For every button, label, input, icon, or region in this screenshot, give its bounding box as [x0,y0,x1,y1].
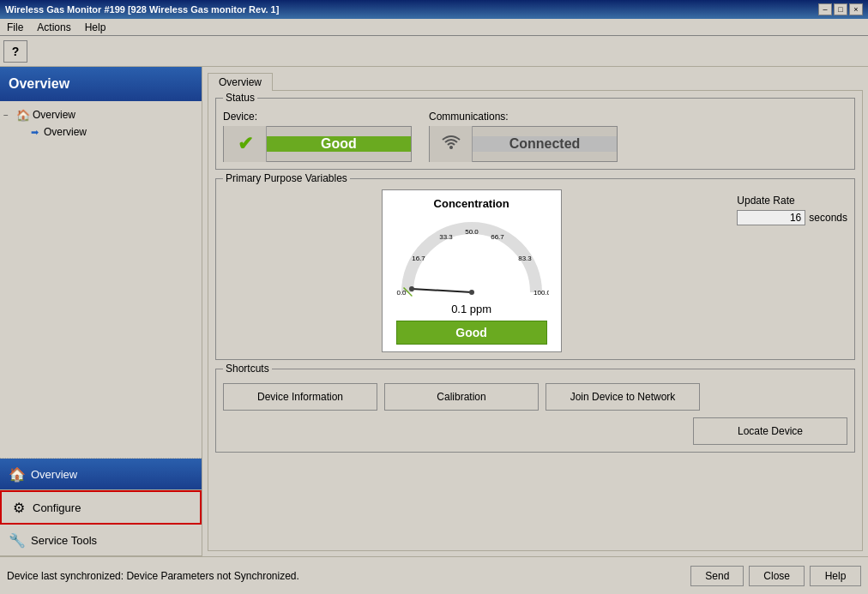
menu-file[interactable]: File [3,21,27,33]
nav-item-service-tools[interactable]: 🔧 Service Tools [0,525,202,556]
sidebar-nav: 🏠 Overview ⚙ Configure 🔧 Service Tools [0,458,202,556]
nav-item-configure[interactable]: ⚙ Configure [0,490,202,525]
window-title: Wireless Gas Monitor #199 [928 Wireless … [5,4,279,15]
wifi-icon [439,134,463,155]
help-toolbar-button[interactable]: ? [3,40,27,63]
shortcuts-section-label: Shortcuts [223,363,272,375]
main-layout: Overview − 🏠 Overview ➡ Overview 🏠 Overv… [0,67,868,556]
shortcuts-section: Shortcuts Device Information Calibration… [215,369,855,453]
update-rate-label: Update Rate [737,195,847,207]
ppv-section-label: Primary Purpose Variables [223,172,350,184]
communications-status-icon-area [430,126,473,162]
bottom-buttons: Send Close Help [690,566,861,586]
svg-text:50.0: 50.0 [465,228,479,236]
ppv-section: Primary Purpose Variables Concentration [215,178,855,360]
device-information-button[interactable]: Device Information [223,383,377,411]
toolbar: ? [0,36,868,67]
gauge-reading: 0.1 ppm [451,303,491,315]
title-bar: Wireless Gas Monitor #199 [928 Wireless … [0,0,868,19]
close-button[interactable]: Close [749,566,805,586]
update-rate-area: Update Rate seconds [737,186,847,225]
configure-nav-icon: ⚙ [10,499,27,516]
join-device-network-button[interactable]: Join Device to Network [546,383,700,411]
menu-actions[interactable]: Actions [33,21,74,33]
tree-root-label: Overview [33,109,75,121]
tree-arrow-icon: ➡ [27,125,41,139]
bottom-bar: Device last synchronized: Device Paramet… [0,556,868,594]
status-section: Status Device: ✔ Good Communications: [215,98,855,170]
device-status-icon-area: ✔ [224,126,267,162]
tree-area: − 🏠 Overview ➡ Overview [0,101,202,458]
tree-expand-icon: − [3,111,14,120]
window-controls[interactable]: – □ × [818,3,863,15]
svg-text:66.7: 66.7 [491,233,504,241]
locate-device-button[interactable]: Locate Device [693,417,847,445]
update-rate-unit: seconds [809,212,847,224]
tree-house-icon: 🏠 [16,108,30,122]
device-status-item: Device: ✔ Good [223,111,412,162]
tree-item-overview-root[interactable]: − 🏠 Overview [3,106,198,123]
svg-text:83.3: 83.3 [518,255,532,262]
svg-line-8 [412,289,472,292]
nav-label-service-tools: Service Tools [31,534,97,547]
update-rate-input[interactable] [737,210,805,225]
ppv-row: Concentration 0.0 [223,186,847,352]
minimize-button[interactable]: – [818,3,832,15]
sidebar: Overview − 🏠 Overview ➡ Overview 🏠 Overv… [0,67,202,556]
shortcuts-row: Device Information Calibration Join Devi… [223,376,847,445]
communications-status-value: Connected [473,136,617,152]
tree-item-overview-child[interactable]: ➡ Overview [27,123,198,141]
overview-nav-icon: 🏠 [9,465,26,483]
help-button[interactable]: Help [810,566,861,586]
svg-text:100.0: 100.0 [533,289,549,297]
tab-overview[interactable]: Overview [208,73,273,91]
menu-bar: File Actions Help [0,19,868,36]
content-area: Overview Status Device: ✔ Good [202,67,868,556]
help-icon: ? [12,45,20,58]
content-inner: Status Device: ✔ Good Communications: [208,90,863,551]
tab-overview-label: Overview [219,76,262,88]
send-button[interactable]: Send [690,566,744,586]
svg-point-0 [449,146,453,149]
gauge-title: Concentration [434,197,509,210]
status-row: Device: ✔ Good Communications: [223,105,847,162]
menu-help[interactable]: Help [81,21,110,33]
status-section-label: Status [223,92,257,104]
nav-item-overview[interactable]: 🏠 Overview [0,459,202,490]
gauge-container: Concentration 0.0 [382,189,562,352]
nav-label-configure: Configure [33,501,81,514]
tree-child-label: Overview [44,126,87,138]
gauge-svg-area: 0.0 16.7 33.3 50.0 66.7 [395,215,549,301]
svg-text:33.3: 33.3 [439,233,453,241]
calibration-button[interactable]: Calibration [384,383,539,411]
sidebar-header: Overview [0,67,202,101]
bottom-status-text: Device last synchronized: Device Paramet… [7,570,299,582]
sidebar-title: Overview [9,76,69,92]
maximize-button[interactable]: □ [834,3,847,15]
tab-bar: Overview [202,67,868,90]
device-status-value: Good [267,136,411,152]
check-icon: ✔ [238,133,253,155]
service-tools-nav-icon: 🔧 [9,531,26,549]
close-button[interactable]: × [849,3,863,15]
gauge-good-button[interactable]: Good [396,321,547,345]
device-label: Device: [223,111,412,123]
svg-text:16.7: 16.7 [412,255,425,262]
svg-text:0.0: 0.0 [396,289,407,297]
svg-point-10 [409,286,414,291]
device-status-box: ✔ Good [223,126,412,162]
communications-label: Communications: [429,111,618,123]
communications-status-item: Communications: [429,111,618,162]
nav-label-overview: Overview [31,468,77,481]
communications-status-box: Connected [429,126,618,162]
svg-point-9 [469,290,474,295]
